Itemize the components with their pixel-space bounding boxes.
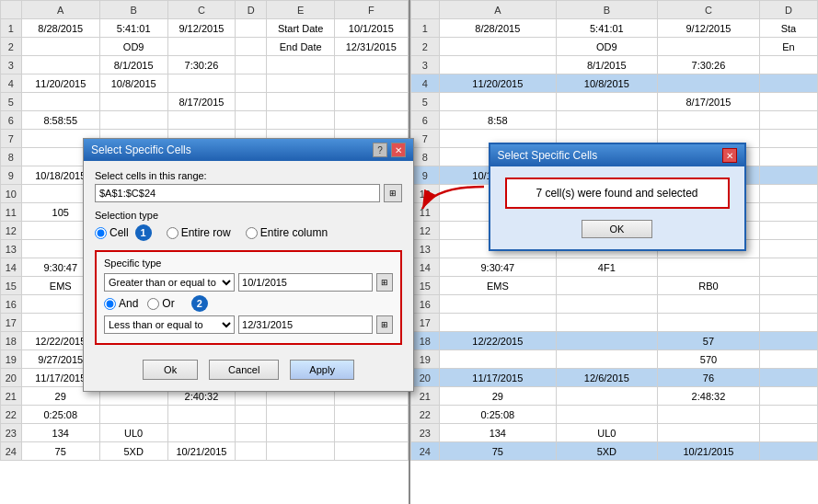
cell: 1 — [410, 19, 440, 38]
cell: 5 — [1, 93, 22, 111]
result-ok-button[interactable]: OK — [582, 220, 653, 238]
condition2-value[interactable] — [238, 315, 373, 334]
cell — [21, 56, 99, 74]
cell: 17 — [1, 314, 22, 332]
apply-button[interactable]: Apply — [290, 360, 354, 380]
table-row: 16 — [410, 295, 818, 314]
cell — [556, 277, 658, 295]
cell: 18 — [410, 332, 440, 350]
cell — [167, 74, 236, 93]
cell — [658, 314, 760, 332]
cell — [267, 406, 335, 424]
main-dialog[interactable]: Select Specific Cells ? ✕ Select cells i… — [83, 138, 414, 392]
cell: En — [759, 38, 817, 56]
cell: 15 — [1, 277, 22, 295]
cell — [440, 93, 556, 111]
cell: 570 — [658, 350, 760, 369]
cell — [440, 295, 556, 314]
radio-entire-col-label[interactable]: Entire column — [246, 226, 328, 239]
cell — [167, 111, 236, 130]
cell: 22 — [1, 406, 22, 424]
andor-row: And Or 2 — [104, 295, 393, 312]
cell: 4 — [410, 74, 440, 93]
close-button[interactable]: ✕ — [391, 143, 406, 157]
radio-or-label[interactable]: Or — [147, 297, 174, 310]
cell: 11/17/2015 — [440, 369, 556, 387]
condition1-value[interactable] — [238, 273, 373, 292]
cell: Start Date — [267, 19, 335, 38]
condition1-select[interactable]: Greater than or equal to — [104, 273, 235, 292]
radio-and[interactable] — [104, 298, 116, 310]
radio-entire-row-label[interactable]: Entire row — [167, 226, 231, 239]
cell: 76 — [658, 369, 760, 387]
cell: 8/17/2015 — [658, 93, 760, 111]
col-header-d: D — [236, 1, 267, 19]
condition1-picker[interactable]: ⊞ — [376, 273, 393, 292]
cell — [759, 406, 817, 424]
cell — [440, 56, 556, 74]
cancel-button[interactable]: Cancel — [209, 360, 279, 380]
radio-and-text: And — [119, 297, 138, 310]
result-dialog-titlebar: Select Specific Cells ✕ — [490, 144, 744, 166]
table-row: 24755XD10/21/2015 — [1, 442, 409, 461]
cell: 21 — [410, 387, 440, 406]
cell — [556, 350, 658, 369]
col-header-rb: B — [556, 1, 658, 19]
range-label: Select cells in this range: — [95, 170, 402, 181]
cell: 8/28/2015 — [440, 19, 556, 38]
radio-and-label[interactable]: And — [104, 297, 138, 310]
cell: 2 — [410, 38, 440, 56]
cell — [556, 93, 658, 111]
cell — [759, 203, 817, 222]
cell — [21, 38, 99, 56]
cell: 20 — [1, 369, 22, 387]
range-picker-button[interactable]: ⊞ — [384, 184, 402, 202]
cell — [658, 258, 760, 277]
result-close-btn[interactable]: ✕ — [722, 148, 737, 163]
ok-button[interactable]: Ok — [143, 360, 198, 380]
cell — [236, 424, 267, 442]
cell: 11/20/2015 — [21, 74, 99, 93]
cell: 16 — [1, 295, 22, 314]
radio-entire-col[interactable] — [246, 227, 258, 239]
cell — [236, 74, 267, 93]
col-header-rc: C — [658, 1, 760, 19]
table-row: 411/20/201510/8/2015 — [1, 74, 409, 93]
cell — [236, 38, 267, 56]
cell — [556, 295, 658, 314]
table-row: 2011/17/201512/6/201576 — [410, 369, 818, 387]
table-row: 38/1/20157:30:26 — [410, 56, 818, 74]
radio-cell-label[interactable]: Cell 1 — [95, 224, 152, 241]
cell: OD9 — [99, 38, 167, 56]
table-row: 15EMSRB0 — [410, 277, 818, 295]
cell — [759, 277, 817, 295]
cell — [556, 406, 658, 424]
condition2-picker[interactable]: ⊞ — [376, 315, 393, 334]
cell: 24 — [1, 442, 22, 461]
table-row: 23134UL0 — [1, 424, 409, 442]
condition2-select[interactable]: Less than or equal to — [104, 315, 235, 334]
corner-header-r — [410, 1, 440, 19]
cell: 9:30:47 — [440, 258, 556, 277]
cell: 12/22/2015 — [440, 332, 556, 350]
table-row: 21292:48:32 — [410, 387, 818, 406]
right-spreadsheet: A B C D 18/28/20155:41:019/12/2015Sta2OD… — [410, 0, 819, 504]
cell — [759, 369, 817, 387]
table-row: 68:58:55 — [1, 111, 409, 130]
cell: 5XD — [99, 442, 167, 461]
radio-or[interactable] — [147, 298, 159, 310]
help-button[interactable]: ? — [373, 143, 387, 157]
cell: 10/8/2015 — [556, 74, 658, 93]
specific-type-box: Specific type Greater than or equal to ⊞… — [95, 250, 402, 345]
cell — [267, 442, 335, 461]
range-input[interactable] — [95, 184, 380, 202]
cell — [556, 111, 658, 130]
cell — [556, 387, 658, 406]
cell: RB0 — [658, 277, 760, 295]
cell: 8:58 — [440, 111, 556, 130]
cell — [167, 38, 236, 56]
radio-entire-row[interactable] — [167, 227, 179, 239]
cell: 11/20/2015 — [440, 74, 556, 93]
cell: 0:25:08 — [21, 406, 99, 424]
radio-cell[interactable] — [95, 227, 107, 239]
